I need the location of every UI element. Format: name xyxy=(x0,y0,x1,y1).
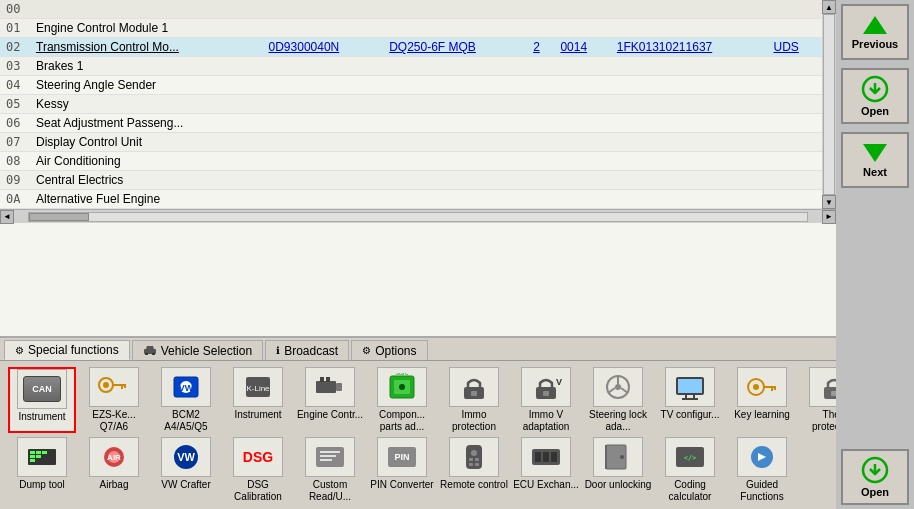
module-name[interactable] xyxy=(30,0,263,19)
module-data[interactable] xyxy=(611,76,768,95)
scroll-right-btn[interactable]: ► xyxy=(822,210,836,224)
next-button[interactable]: Next xyxy=(841,132,909,188)
module-name[interactable]: Brakes 1 xyxy=(30,57,263,76)
module-data[interactable]: 0014 xyxy=(554,38,610,57)
tab-options[interactable]: ⚙Options xyxy=(351,340,427,360)
module-data[interactable] xyxy=(554,95,610,114)
module-data[interactable] xyxy=(611,114,768,133)
module-data[interactable] xyxy=(383,171,527,190)
tool-safe[interactable]: safeCompon... parts ad... xyxy=(368,367,436,433)
module-data[interactable] xyxy=(263,152,384,171)
module-data[interactable] xyxy=(767,76,822,95)
h-scrollbar-thumb[interactable] xyxy=(29,213,89,221)
module-data[interactable] xyxy=(554,76,610,95)
scroll-left-btn[interactable]: ◄ xyxy=(0,210,14,224)
tool-dsg[interactable]: DSGDSG Calibration xyxy=(224,437,292,503)
module-data[interactable] xyxy=(263,171,384,190)
module-name[interactable]: Central Electrics xyxy=(30,171,263,190)
tool-bcm2[interactable]: VWBCM2 A4/A5/Q5 xyxy=(152,367,220,433)
table-row[interactable]: 03Brakes 1 xyxy=(0,57,822,76)
module-name[interactable]: Alternative Fuel Engine xyxy=(30,190,263,209)
table-row[interactable]: 06Seat Adjustment Passeng... xyxy=(0,114,822,133)
tool-vw[interactable]: VWVW Crafter xyxy=(152,437,220,503)
module-data[interactable] xyxy=(767,95,822,114)
open-top-button[interactable]: Open xyxy=(841,68,909,124)
module-data[interactable] xyxy=(263,57,384,76)
module-data[interactable]: 1FK01310211637 xyxy=(611,38,768,57)
table-row[interactable]: 00 xyxy=(0,0,822,19)
module-name[interactable]: Steering Angle Sender xyxy=(30,76,263,95)
module-data[interactable] xyxy=(611,19,768,38)
tool-remote[interactable]: Remote control xyxy=(440,437,508,503)
module-data[interactable] xyxy=(554,57,610,76)
module-data[interactable]: 0D9300040N xyxy=(263,38,384,57)
module-data[interactable] xyxy=(554,133,610,152)
table-row[interactable]: 05Kessy xyxy=(0,95,822,114)
module-data[interactable] xyxy=(383,76,527,95)
tab-broadcast[interactable]: ℹBroadcast xyxy=(265,340,349,360)
module-data[interactable] xyxy=(554,190,610,209)
module-data[interactable] xyxy=(611,0,768,19)
tool-dump[interactable]: Dump tool xyxy=(8,437,76,503)
module-data[interactable] xyxy=(554,114,610,133)
tool-door[interactable]: Door unlocking xyxy=(584,437,652,503)
module-data[interactable] xyxy=(767,190,822,209)
table-row[interactable]: 0AAlternative Fuel Engine xyxy=(0,190,822,209)
module-data[interactable] xyxy=(383,0,527,19)
module-data[interactable] xyxy=(767,19,822,38)
table-row[interactable]: 01Engine Control Module 1 xyxy=(0,19,822,38)
module-data[interactable] xyxy=(554,171,610,190)
previous-button[interactable]: Previous xyxy=(841,4,909,60)
module-data[interactable] xyxy=(767,57,822,76)
module-data[interactable] xyxy=(611,57,768,76)
tool-guided[interactable]: Guided Functions xyxy=(728,437,796,503)
module-name[interactable]: Kessy xyxy=(30,95,263,114)
module-name[interactable]: Air Conditioning xyxy=(30,152,263,171)
tool-key[interactable]: Key learning xyxy=(728,367,796,433)
tab-special-functions[interactable]: ⚙Special functions xyxy=(4,340,130,360)
module-data[interactable] xyxy=(263,0,384,19)
module-data[interactable] xyxy=(611,190,768,209)
tool-immov[interactable]: VImmo V adaptation xyxy=(512,367,580,433)
module-data[interactable] xyxy=(767,114,822,133)
tool-airbag[interactable]: AIRAirbag xyxy=(80,437,148,503)
module-name[interactable]: Seat Adjustment Passeng... xyxy=(30,114,263,133)
module-data[interactable] xyxy=(263,76,384,95)
scroll-down-btn[interactable]: ▼ xyxy=(822,195,836,209)
v-scrollbar-track[interactable] xyxy=(823,14,835,195)
tool-kline[interactable]: K-LineInstrument xyxy=(224,367,292,433)
module-data[interactable] xyxy=(611,133,768,152)
table-row[interactable]: 08Air Conditioning xyxy=(0,152,822,171)
scroll-up-btn[interactable]: ▲ xyxy=(822,0,836,14)
open-bottom-button[interactable]: Open xyxy=(841,449,909,505)
module-data[interactable] xyxy=(383,95,527,114)
tool-tv[interactable]: TV configur... xyxy=(656,367,724,433)
tab-vehicle-selection[interactable]: Vehicle Selection xyxy=(132,340,263,360)
module-name[interactable]: Engine Control Module 1 xyxy=(30,19,263,38)
module-data[interactable] xyxy=(383,190,527,209)
module-data[interactable] xyxy=(611,171,768,190)
module-data[interactable] xyxy=(611,152,768,171)
table-row[interactable]: 07Display Control Unit xyxy=(0,133,822,152)
tool-can[interactable]: CAN Instrument xyxy=(8,367,76,433)
module-name[interactable]: Display Control Unit xyxy=(30,133,263,152)
module-data[interactable] xyxy=(767,152,822,171)
module-data[interactable] xyxy=(263,95,384,114)
module-data[interactable] xyxy=(554,0,610,19)
tool-ecu[interactable]: ECU Exchan... xyxy=(512,437,580,503)
tool-steering[interactable]: Steering lock ada... xyxy=(584,367,652,433)
module-data[interactable] xyxy=(383,114,527,133)
table-row[interactable]: 04Steering Angle Sender xyxy=(0,76,822,95)
module-name[interactable]: Transmission Control Mo... xyxy=(30,38,263,57)
module-data[interactable]: DQ250-6F MQB xyxy=(383,38,527,57)
module-data[interactable] xyxy=(611,95,768,114)
module-data[interactable] xyxy=(383,57,527,76)
module-data[interactable] xyxy=(263,190,384,209)
module-data[interactable] xyxy=(554,152,610,171)
tool-immo[interactable]: Immo protection xyxy=(440,367,508,433)
module-data[interactable] xyxy=(263,19,384,38)
module-data[interactable] xyxy=(383,152,527,171)
tool-theft[interactable]: Theft protection xyxy=(800,367,836,433)
module-data[interactable] xyxy=(767,171,822,190)
tool-engine[interactable]: Engine Contr... xyxy=(296,367,364,433)
